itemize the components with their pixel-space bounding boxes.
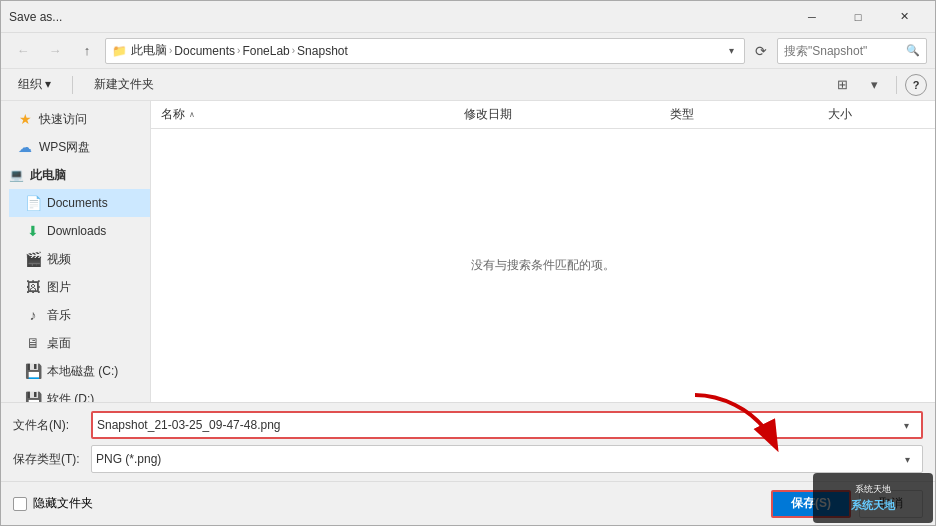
col-header-date[interactable]: 修改日期 xyxy=(458,101,664,128)
dialog-title: Save as... xyxy=(9,10,789,24)
forward-button[interactable]: → xyxy=(41,39,69,63)
documents-icon: 📄 xyxy=(25,195,41,211)
toolbar-separator xyxy=(72,76,73,94)
new-folder-button[interactable]: 新建文件夹 xyxy=(85,73,163,97)
sidebar-item-this-pc[interactable]: 💻 此电脑 xyxy=(1,161,150,189)
breadcrumb: 此电脑 › Documents › FoneLab › Snapshot xyxy=(131,42,721,59)
checkbox-icon xyxy=(13,497,27,511)
filename-dropdown-button[interactable]: ▾ xyxy=(895,412,917,438)
minimize-button[interactable]: ─ xyxy=(789,1,835,33)
watermark-site: 系统天地 xyxy=(855,483,891,496)
col-header-size[interactable]: 大小 xyxy=(822,101,931,128)
view-options-button[interactable]: ▾ xyxy=(860,73,888,97)
sidebar-item-wps-cloud[interactable]: ☁ WPS网盘 xyxy=(1,133,150,161)
filetype-value: PNG (*.png) xyxy=(96,452,896,466)
wps-cloud-label: WPS网盘 xyxy=(39,139,90,156)
file-list-body: 没有与搜索条件匹配的项。 xyxy=(151,129,935,402)
documents-label: Documents xyxy=(47,196,108,210)
pc-icon: 💻 xyxy=(9,168,24,182)
sidebar-item-desktop[interactable]: 🖥 桌面 xyxy=(9,329,150,357)
filetype-wrap: PNG (*.png) ▾ xyxy=(91,445,923,473)
address-bar: 📁 此电脑 › Documents › FoneLab › Snapshot ▾ xyxy=(105,38,745,64)
filename-input[interactable] xyxy=(97,418,895,432)
col-header-name[interactable]: 名称 ∧ xyxy=(155,101,458,128)
action-toolbar: 组织 ▾ 新建文件夹 ⊞ ▾ ? xyxy=(1,69,935,101)
sidebar-item-software-d[interactable]: 💾 软件 (D:) xyxy=(9,385,150,402)
titlebar: Save as... ─ □ ✕ xyxy=(1,1,935,33)
sidebar-item-downloads[interactable]: ⬇ Downloads xyxy=(9,217,150,245)
search-input[interactable] xyxy=(784,44,902,58)
filetype-row: 保存类型(T): PNG (*.png) ▾ xyxy=(13,445,923,473)
videos-label: 视频 xyxy=(47,251,71,268)
breadcrumb-fonelab[interactable]: FoneLab xyxy=(242,44,289,58)
this-pc-label: 此电脑 xyxy=(30,167,66,184)
cloud-icon: ☁ xyxy=(17,139,33,155)
back-button[interactable]: ← xyxy=(9,39,37,63)
pictures-icon: 🖼 xyxy=(25,279,41,295)
maximize-button[interactable]: □ xyxy=(835,1,881,33)
breadcrumb-pc[interactable]: 此电脑 xyxy=(131,42,167,59)
bottom-fields: 文件名(N): ▾ 保存类型(T): PNG (*.png) ▾ xyxy=(1,402,935,481)
file-list-header: 名称 ∧ 修改日期 类型 大小 xyxy=(151,101,935,129)
filetype-label: 保存类型(T): xyxy=(13,451,83,468)
star-icon: ★ xyxy=(17,111,33,127)
address-chevron-icon[interactable]: ▾ xyxy=(725,45,738,56)
video-icon: 🎬 xyxy=(25,251,41,267)
music-icon: ♪ xyxy=(25,307,41,323)
toolbar2-right: ⊞ ▾ ? xyxy=(828,73,927,97)
pc-children: 📄 Documents ⬇ Downloads 🎬 视频 🖼 图片 ♪ xyxy=(1,189,150,402)
pictures-label: 图片 xyxy=(47,279,71,296)
col-type-label: 类型 xyxy=(670,106,694,123)
save-dialog: Save as... ─ □ ✕ ← → ↑ 📁 此电脑 › Documents… xyxy=(0,0,936,526)
nav-toolbar: ← → ↑ 📁 此电脑 › Documents › FoneLab › Snap… xyxy=(1,33,935,69)
filetype-dropdown-button[interactable]: ▾ xyxy=(896,446,918,472)
watermark: 系统天地 系统天地 xyxy=(813,473,933,523)
downloads-icon: ⬇ xyxy=(25,223,41,239)
file-list: 名称 ∧ 修改日期 类型 大小 没有与搜索条件匹配的项。 xyxy=(151,101,935,402)
sidebar-item-quick-access[interactable]: ★ 快速访问 xyxy=(1,105,150,133)
desktop-label: 桌面 xyxy=(47,335,71,352)
local-c-label: 本地磁盘 (C:) xyxy=(47,363,118,380)
desktop-icon: 🖥 xyxy=(25,335,41,351)
col-name-label: 名称 xyxy=(161,106,185,123)
downloads-label: Downloads xyxy=(47,224,106,238)
hidden-files-label: 隐藏文件夹 xyxy=(33,495,93,512)
main-content: ★ 快速访问 ☁ WPS网盘 💻 此电脑 📄 Documents ⬇ Downl… xyxy=(1,101,935,402)
local-disk-icon: 💾 xyxy=(25,363,41,379)
toolbar2-sep2 xyxy=(896,76,897,94)
sidebar: ★ 快速访问 ☁ WPS网盘 💻 此电脑 📄 Documents ⬇ Downl… xyxy=(1,101,151,402)
hidden-files-checkbox[interactable]: 隐藏文件夹 xyxy=(13,495,93,512)
software-disk-icon: 💾 xyxy=(25,391,41,402)
sort-arrow-icon: ∧ xyxy=(189,110,195,119)
col-date-label: 修改日期 xyxy=(464,106,512,123)
up-button[interactable]: ↑ xyxy=(73,39,101,63)
sidebar-item-music[interactable]: ♪ 音乐 xyxy=(9,301,150,329)
sidebar-item-videos[interactable]: 🎬 视频 xyxy=(9,245,150,273)
sidebar-item-pictures[interactable]: 🖼 图片 xyxy=(9,273,150,301)
sidebar-item-local-c[interactable]: 💾 本地磁盘 (C:) xyxy=(9,357,150,385)
music-label: 音乐 xyxy=(47,307,71,324)
col-header-type[interactable]: 类型 xyxy=(664,101,822,128)
help-button[interactable]: ? xyxy=(905,74,927,96)
filename-label: 文件名(N): xyxy=(13,417,83,434)
refresh-button[interactable]: ⟳ xyxy=(749,39,773,63)
filename-input-wrap: ▾ xyxy=(91,411,923,439)
footer: 隐藏文件夹 保存(S) 取消 xyxy=(1,481,935,525)
empty-message: 没有与搜索条件匹配的项。 xyxy=(471,257,615,274)
watermark-brand: 系统天地 xyxy=(851,498,895,513)
organize-button[interactable]: 组织 ▾ xyxy=(9,73,60,97)
close-button[interactable]: ✕ xyxy=(881,1,927,33)
filename-row: 文件名(N): ▾ xyxy=(13,411,923,439)
folder-icon: 📁 xyxy=(112,44,127,58)
quick-access-label: 快速访问 xyxy=(39,111,87,128)
software-d-label: 软件 (D:) xyxy=(47,391,94,403)
breadcrumb-documents[interactable]: Documents xyxy=(174,44,235,58)
view-toggle-button[interactable]: ⊞ xyxy=(828,73,856,97)
titlebar-buttons: ─ □ ✕ xyxy=(789,1,927,33)
col-size-label: 大小 xyxy=(828,106,852,123)
search-icon: 🔍 xyxy=(906,44,920,57)
breadcrumb-snapshot[interactable]: Snapshot xyxy=(297,44,348,58)
sidebar-item-documents[interactable]: 📄 Documents xyxy=(9,189,150,217)
search-bar: 🔍 xyxy=(777,38,927,64)
